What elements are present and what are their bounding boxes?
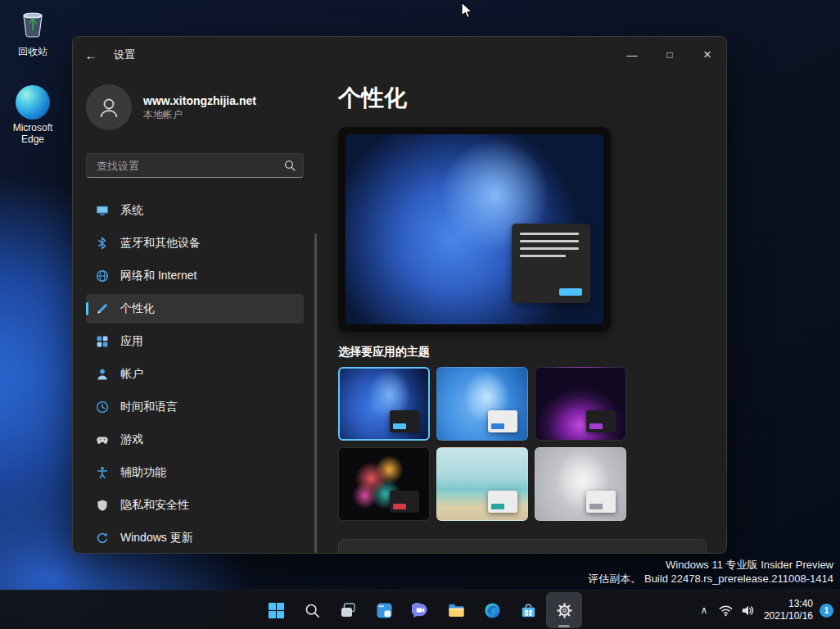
settings-sidebar: www.xitongzhijia.net 本地帐户 系统 bbox=[73, 73, 317, 553]
tray-overflow-button[interactable]: ∧ bbox=[693, 594, 715, 627]
window-title: 设置 bbox=[114, 48, 135, 62]
nav-item-gaming[interactable]: 游戏 bbox=[86, 425, 304, 455]
nav-item-bluetooth-devices[interactable]: 蓝牙和其他设备 bbox=[86, 229, 304, 258]
store-icon bbox=[520, 602, 537, 619]
activation-banner: 你需要先激活 Windows，然后才能对电脑进行个性化设置 bbox=[338, 539, 707, 554]
privacy-shield-icon bbox=[96, 499, 109, 512]
windows-logo-icon bbox=[268, 602, 285, 619]
network-globe-icon bbox=[96, 269, 109, 283]
watermark-line1: Windows 11 专业版 Insider Preview bbox=[588, 558, 833, 572]
widgets-icon bbox=[376, 602, 393, 619]
theme-thumbnail-2[interactable] bbox=[436, 367, 528, 441]
theme-thumbnail-4[interactable] bbox=[338, 447, 430, 521]
desktop-icon-microsoft-edge[interactable]: Microsoft Edge bbox=[1, 85, 65, 145]
person-icon bbox=[97, 95, 121, 120]
search-box bbox=[86, 153, 304, 178]
bluetooth-icon bbox=[96, 237, 109, 250]
file-explorer-icon bbox=[448, 602, 465, 619]
notification-badge[interactable]: 1 bbox=[820, 604, 833, 618]
settings-nav: 系统 蓝牙和其他设备 网络和 Internet 个性化 应用 bbox=[86, 196, 304, 553]
tray-date: 2021/10/16 bbox=[764, 610, 813, 622]
preview-settings-card bbox=[512, 224, 590, 303]
theme-thumbnail-3[interactable] bbox=[535, 367, 626, 441]
nav-item-privacy-security[interactable]: 隐私和安全性 bbox=[86, 491, 304, 520]
account-person-icon bbox=[96, 368, 109, 381]
speaker-icon bbox=[741, 604, 755, 618]
theme-preview-wallpaper bbox=[345, 134, 603, 324]
minimize-icon: — bbox=[627, 49, 638, 61]
nav-item-system[interactable]: 系统 bbox=[86, 196, 304, 225]
mouse-cursor bbox=[458, 2, 475, 23]
page-title: 个性化 bbox=[338, 84, 705, 112]
settings-window: ← 设置 — □ × bbox=[72, 36, 727, 554]
file-explorer-button[interactable] bbox=[438, 592, 474, 628]
network-button[interactable] bbox=[715, 594, 737, 627]
watermark-line2: 评估副本。 Build 22478.rs_prerelease.211008-1… bbox=[588, 572, 833, 586]
widgets-button[interactable] bbox=[366, 592, 402, 628]
taskbar: ∧ 13:40 2021/10/16 1 bbox=[0, 590, 840, 629]
desktop-icon-label: 回收站 bbox=[18, 46, 47, 57]
desktop-icon-label: Microsoft Edge bbox=[6, 122, 60, 145]
recycle-bin-icon bbox=[16, 7, 49, 43]
insider-watermark: Windows 11 专业版 Insider Preview 评估副本。 Bui… bbox=[588, 558, 833, 586]
time-language-icon bbox=[96, 400, 109, 414]
chat-button[interactable] bbox=[402, 592, 438, 628]
nav-item-personalization[interactable]: 个性化 bbox=[86, 294, 304, 324]
sidebar-scrollbar[interactable] bbox=[314, 233, 317, 553]
tray-time: 13:40 bbox=[764, 598, 813, 610]
window-controls: — □ × bbox=[613, 37, 726, 73]
gaming-controller-icon bbox=[96, 433, 109, 446]
accessibility-icon bbox=[96, 466, 109, 479]
edge-icon bbox=[16, 85, 50, 120]
start-button[interactable] bbox=[258, 592, 294, 628]
close-icon: × bbox=[703, 47, 711, 63]
search-input[interactable] bbox=[86, 153, 304, 178]
task-view-button[interactable] bbox=[330, 592, 366, 628]
nav-item-accessibility[interactable]: 辅助功能 bbox=[86, 458, 304, 487]
avatar bbox=[86, 84, 132, 130]
nav-item-windows-update[interactable]: Windows 更新 bbox=[86, 523, 304, 553]
task-view-icon bbox=[340, 602, 356, 618]
chat-icon bbox=[412, 602, 429, 619]
maximize-button[interactable]: □ bbox=[651, 37, 689, 73]
preview-accent-button bbox=[559, 288, 582, 296]
edge-icon bbox=[484, 602, 501, 619]
minimize-button[interactable]: — bbox=[613, 37, 651, 73]
search-icon bbox=[284, 160, 296, 174]
nav-item-time-language[interactable]: 时间和语言 bbox=[86, 392, 304, 422]
theme-thumbnail-5[interactable] bbox=[436, 447, 528, 521]
apps-grid-icon bbox=[96, 335, 109, 348]
personalization-page: 个性化 选择要应用的主题 bbox=[317, 73, 726, 553]
themes-section-label: 选择要应用的主题 bbox=[338, 345, 705, 360]
theme-thumbnail-1[interactable] bbox=[338, 367, 430, 441]
theme-thumbnail-6[interactable] bbox=[535, 447, 626, 521]
theme-preview-monitor bbox=[338, 127, 611, 332]
windows-update-icon bbox=[96, 532, 109, 545]
personalization-brush-icon bbox=[96, 302, 109, 315]
search-icon bbox=[305, 603, 320, 618]
clock[interactable]: 13:40 2021/10/16 bbox=[759, 598, 820, 622]
nav-item-apps[interactable]: 应用 bbox=[86, 327, 304, 356]
gear-icon bbox=[556, 602, 573, 619]
maximize-icon: □ bbox=[666, 49, 672, 61]
system-monitor-icon bbox=[96, 204, 109, 217]
back-icon: ← bbox=[85, 48, 97, 62]
nav-item-network-internet[interactable]: 网络和 Internet bbox=[86, 261, 304, 291]
titlebar: ← 设置 — □ × bbox=[73, 37, 726, 73]
back-button[interactable]: ← bbox=[73, 37, 109, 73]
themes-grid bbox=[338, 367, 626, 521]
account-type: 本地帐户 bbox=[143, 108, 256, 121]
nav-item-accounts[interactable]: 帐户 bbox=[86, 360, 304, 389]
taskbar-search-button[interactable] bbox=[294, 592, 330, 628]
account-name: www.xitongzhijia.net bbox=[143, 93, 256, 108]
edge-button[interactable] bbox=[474, 592, 510, 628]
close-button[interactable]: × bbox=[689, 37, 726, 73]
chevron-up-icon: ∧ bbox=[701, 604, 708, 616]
account-card[interactable]: www.xitongzhijia.net 本地帐户 bbox=[86, 84, 304, 130]
wifi-icon bbox=[719, 604, 733, 618]
store-button[interactable] bbox=[510, 592, 546, 628]
volume-button[interactable] bbox=[737, 594, 759, 627]
settings-button[interactable] bbox=[546, 592, 582, 628]
desktop-icon-recycle-bin[interactable]: 回收站 bbox=[1, 7, 65, 57]
